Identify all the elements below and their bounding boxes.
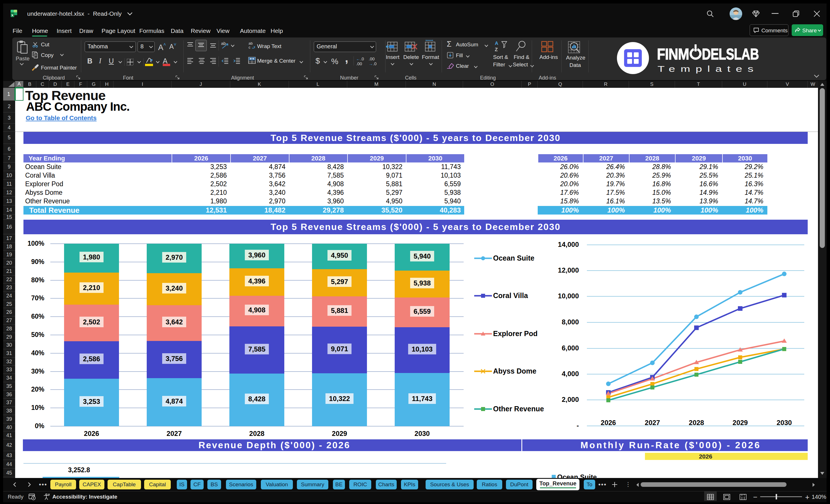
svg-text:A: A [495,41,498,46]
svg-text:DELSLAB: DELSLAB [702,45,759,63]
svg-text:ab: ab [221,41,226,46]
svg-text:Templates: Templates [658,64,759,73]
svg-text:c: c [249,45,251,50]
svg-text:FINM: FINM [657,45,689,63]
svg-text:Z: Z [495,47,498,52]
svg-text:x: x [11,13,13,17]
svg-text:ab: ab [249,41,253,45]
